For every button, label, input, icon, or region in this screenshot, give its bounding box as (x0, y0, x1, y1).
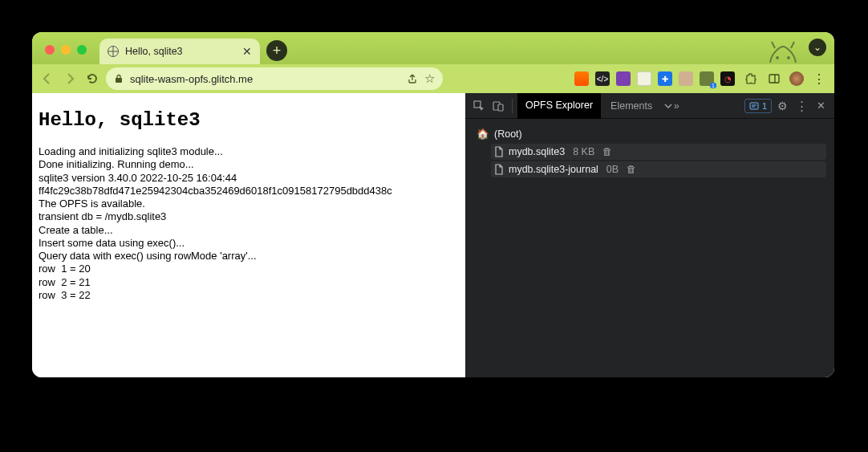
svg-rect-7 (498, 104, 503, 111)
file-name: mydb.sqlite3 (509, 146, 565, 157)
extension-icon[interactable]: ◔ (720, 71, 735, 86)
more-tabs-button[interactable]: » (662, 97, 679, 115)
close-window-button[interactable] (45, 45, 55, 55)
svg-rect-8 (750, 103, 758, 109)
file-row[interactable]: mydb.sqlite3-journal0B🗑 (491, 161, 826, 177)
file-size: 0B (606, 164, 619, 175)
devtools-tab-elements[interactable]: Elements (602, 93, 660, 119)
delete-file-button[interactable]: 🗑 (602, 146, 613, 157)
tab-strip: Hello, sqlite3 ✕ + ⌄ (32, 32, 834, 64)
extension-icon[interactable]: 1 (700, 71, 714, 86)
file-icon (494, 146, 504, 157)
output-line: ff4fc29c38b78dfd471e25942304cba352469d60… (39, 185, 459, 197)
devtools-panel: OPFS Explorer Elements » 1 ⚙ ⋮ ✕ 🏠 (Root… (465, 93, 834, 377)
bookmark-star-icon[interactable]: ☆ (424, 71, 435, 86)
output-line: Query data with exec() using rowMode 'ar… (39, 250, 459, 263)
tree-root[interactable]: 🏠 (Root) (473, 125, 826, 142)
extensions-menu-button[interactable] (741, 70, 759, 88)
reload-button[interactable] (83, 70, 101, 88)
page-heading: Hello, sqlite3 (39, 109, 459, 131)
root-label: (Root) (494, 128, 522, 140)
issues-badge[interactable]: 1 (744, 99, 772, 113)
chrome-menu-button[interactable]: ⋮ (810, 70, 828, 88)
omnibox[interactable]: sqlite-wasm-opfs.glitch.me ☆ (106, 67, 443, 90)
output-line: Done initializing. Running demo... (39, 158, 459, 171)
output-line: row 3 = 22 (39, 289, 459, 302)
home-icon: 🏠 (477, 128, 489, 140)
output-line: row 2 = 21 (39, 276, 459, 289)
share-icon[interactable] (407, 73, 418, 84)
maximize-window-button[interactable] (77, 45, 87, 55)
svg-rect-3 (769, 75, 779, 83)
output-line: Loading and initializing sqlite3 module.… (39, 145, 459, 158)
tab-title: Hello, sqlite3 (125, 46, 183, 57)
side-panel-button[interactable] (765, 70, 783, 88)
divider (512, 99, 513, 113)
output-line: The OPFS is available. (39, 197, 459, 210)
output-line: sqlite3 version 3.40.0 2022-10-25 16:04:… (39, 172, 459, 185)
extension-icon[interactable] (574, 71, 589, 86)
console-output: Loading and initializing sqlite3 module.… (39, 145, 459, 302)
file-row[interactable]: mydb.sqlite38 KB🗑 (491, 144, 826, 160)
extension-icon[interactable] (637, 71, 651, 86)
devtools-menu-button[interactable]: ⋮ (793, 97, 810, 115)
issues-count: 1 (762, 101, 767, 111)
extensions-area: </> ✚ 1 ◔ ⋮ (574, 70, 828, 88)
browser-window: Hello, sqlite3 ✕ + ⌄ sqlite-wasm-opfs.gl… (32, 32, 834, 377)
close-devtools-button[interactable]: ✕ (812, 97, 829, 115)
extension-icon[interactable]: </> (595, 71, 610, 86)
svg-rect-2 (116, 78, 122, 83)
extension-icon[interactable]: ✚ (658, 71, 672, 86)
output-line: Create a table... (39, 224, 459, 237)
url-text: sqlite-wasm-opfs.glitch.me (130, 73, 400, 85)
lock-icon (114, 74, 124, 83)
delete-file-button[interactable]: 🗑 (627, 164, 637, 175)
svg-point-0 (776, 56, 779, 59)
devtools-tabbar: OPFS Explorer Elements » 1 ⚙ ⋮ ✕ (465, 93, 834, 119)
device-toolbar-button[interactable] (489, 97, 507, 115)
file-size: 8 KB (573, 146, 594, 157)
forward-button[interactable] (61, 70, 79, 88)
opfs-file-tree: 🏠 (Root) mydb.sqlite38 KB🗑mydb.sqlite3-j… (465, 119, 834, 184)
file-name: mydb.sqlite3-journal (509, 164, 598, 175)
toolbar: sqlite-wasm-opfs.glitch.me ☆ </> ✚ 1 ◔ ⋮ (32, 64, 834, 93)
globe-icon (107, 46, 119, 57)
browser-tab[interactable]: Hello, sqlite3 ✕ (99, 39, 260, 64)
minimize-window-button[interactable] (61, 45, 71, 55)
window-controls (39, 45, 95, 64)
devtools-tab-opfs-explorer[interactable]: OPFS Explorer (517, 93, 601, 119)
output-line: transient db = /mydb.sqlite3 (39, 210, 459, 223)
android-logo-icon (764, 34, 802, 66)
output-line: Insert some data using exec()... (39, 237, 459, 250)
profile-avatar[interactable] (789, 71, 804, 86)
new-tab-button[interactable]: + (266, 40, 287, 61)
close-tab-button[interactable]: ✕ (242, 45, 252, 58)
web-page: Hello, sqlite3 Loading and initializing … (32, 93, 465, 377)
content-area: Hello, sqlite3 Loading and initializing … (32, 93, 834, 377)
tab-overflow-button[interactable]: ⌄ (809, 39, 826, 56)
settings-button[interactable]: ⚙ (773, 97, 791, 115)
svg-point-1 (787, 56, 790, 59)
file-icon (494, 164, 504, 175)
inspect-element-button[interactable] (470, 97, 488, 115)
back-button[interactable] (39, 70, 56, 88)
extension-icon[interactable] (616, 71, 631, 86)
extension-icon[interactable] (679, 71, 693, 86)
output-line: row 1 = 20 (39, 263, 459, 275)
